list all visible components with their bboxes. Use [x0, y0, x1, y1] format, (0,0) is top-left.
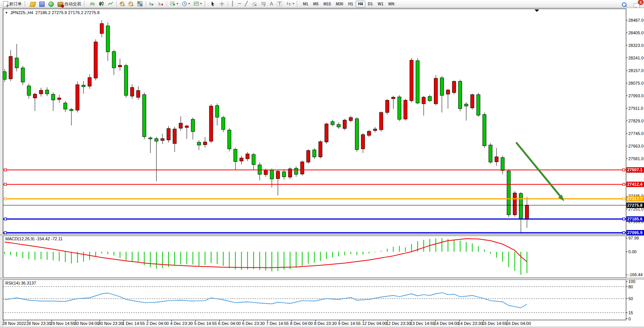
macd-label: MACD(12,26,9) -154.42 -72.11	[5, 236, 63, 241]
candle-body	[149, 138, 152, 139]
mt4-window: 新订单 自动交易 + − ▾ ▾ ▾ │ ─ ╱ E F A T	[0, 0, 644, 328]
candle-body	[45, 90, 49, 94]
candle-body	[222, 117, 225, 129]
price-line-label: 27412.4	[627, 182, 643, 187]
candle-body	[264, 170, 267, 175]
header-ohlc-values: 27186.2 27275.9 27176.2 27275.8	[35, 10, 100, 15]
candle-body	[513, 193, 517, 215]
candle-body	[398, 97, 401, 119]
candle-body	[300, 162, 304, 174]
price-tick-label: 28405.0	[628, 31, 644, 35]
candle-body	[21, 68, 24, 82]
candle-body	[270, 170, 273, 179]
line-handle[interactable]	[623, 218, 625, 220]
line-handle[interactable]	[4, 169, 6, 171]
candle-body	[416, 61, 419, 103]
price-tick-label: 28157.0	[628, 68, 644, 73]
one-click-collapse-icon[interactable]: ▼	[5, 11, 8, 14]
candle-body	[82, 85, 85, 87]
time-tick-label: 6 Dec 23:30	[242, 321, 265, 326]
rsi-tick-label: 50	[628, 296, 633, 301]
line-handle[interactable]	[623, 198, 625, 200]
candle-body	[361, 135, 365, 149]
line-handle[interactable]	[4, 232, 6, 234]
candle-body	[471, 95, 474, 108]
pane-separator[interactable]	[0, 278, 644, 280]
candle-body	[477, 95, 480, 115]
line-handle[interactable]	[4, 183, 6, 185]
candle-body	[203, 142, 207, 145]
rsi-tick-label: 0	[628, 317, 631, 321]
candle-body	[458, 81, 462, 109]
price-tick-label: 28487.0	[628, 18, 644, 23]
time-tick-label: 16 Dec 04:00	[506, 321, 531, 326]
time-tick-label: 15 Dec 14:55	[482, 321, 507, 326]
candle-body	[331, 122, 334, 125]
candle-body	[112, 51, 116, 68]
rsi-tick-label: 100	[628, 279, 635, 284]
candle-body	[185, 126, 188, 127]
line-handle[interactable]	[623, 232, 625, 234]
candle-body	[422, 97, 426, 104]
candle-body	[483, 114, 486, 146]
candle-body	[452, 81, 456, 93]
price-tick-label: 27745.0	[628, 131, 644, 136]
candle-body	[240, 158, 243, 161]
time-tick-label: 5 Dec 14:55	[194, 321, 217, 326]
price-tick-label: 28323.0	[628, 43, 644, 48]
candle-body	[179, 123, 182, 128]
time-tick-label: 6 Dec 04:00	[218, 321, 241, 326]
candle-body	[525, 205, 528, 219]
candle-body	[143, 95, 146, 137]
candle-body	[106, 26, 109, 52]
candle-body	[94, 42, 97, 78]
chart-canvas[interactable]: 28487.028405.028323.028241.028157.028075…	[0, 0, 644, 328]
candle-body	[173, 129, 177, 143]
candle-body	[15, 58, 18, 68]
rsi-label: RSI(14) 36.3137	[5, 281, 36, 285]
time-tick-label: 7 Dec 14:55	[266, 321, 289, 326]
candle-body	[197, 142, 201, 145]
candle-body	[319, 141, 322, 157]
candle-body	[410, 60, 413, 101]
macd-tick-label: 97.98	[628, 236, 639, 240]
current-price-label: 27275.8	[627, 203, 642, 207]
time-tick-label: 28 Nov 2022	[2, 321, 26, 326]
chart-header: ▼ JPN225-,H4 27186.2 27275.9 27176.2 272…	[5, 10, 100, 15]
candle-body	[137, 90, 140, 97]
time-tick-label: 29 Nov 14:55	[50, 321, 75, 326]
candle-body	[282, 172, 286, 177]
candle-body	[294, 168, 298, 174]
candle-body	[489, 145, 492, 162]
candle-body	[33, 94, 37, 98]
rsi-tick-label: 80	[628, 285, 633, 289]
candle-body	[155, 138, 158, 141]
price-tick-label: 27993.0	[628, 93, 644, 98]
candle-body	[464, 104, 468, 106]
price-tick-label: 28075.0	[628, 81, 644, 85]
candle-body	[234, 149, 237, 161]
line-handle[interactable]	[4, 218, 6, 220]
candle-body	[440, 78, 443, 95]
line-handle[interactable]	[623, 183, 625, 185]
candle-body	[495, 157, 498, 162]
candle-body	[434, 78, 438, 104]
candle-body	[313, 150, 316, 157]
symbol-title: JPN225-,H4	[10, 10, 33, 15]
candle-body	[215, 106, 219, 117]
candle-body	[191, 119, 194, 132]
line-handle[interactable]	[4, 198, 6, 200]
time-tick-label: 9 Dec 14:55	[338, 321, 361, 326]
candle-body	[246, 154, 249, 159]
candle-body	[27, 86, 31, 95]
price-tick-label: 27911.0	[628, 106, 643, 111]
line-handle[interactable]	[623, 169, 625, 171]
pane-separator[interactable]	[0, 234, 644, 236]
candle-body	[252, 154, 255, 164]
candle-body	[209, 106, 213, 141]
rsi-tick-label: 15	[628, 310, 633, 315]
candle-body	[58, 98, 61, 100]
candle-body	[325, 124, 328, 142]
price-tick-label: 28241.0	[628, 56, 644, 60]
candle-body	[367, 131, 371, 135]
